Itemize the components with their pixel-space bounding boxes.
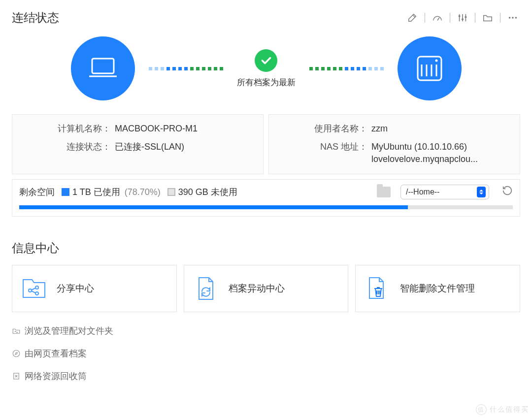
usage-bar-fill: [19, 205, 408, 209]
toolbar: [405, 10, 520, 25]
computer-panel: 计算机名称 MACBOOK-PRO-M1 连接状态 已连接-SSL(LAN): [12, 114, 264, 174]
nas-addr-line1: MyUbuntu (10.10.10.66): [371, 141, 510, 153]
smart-delete-card[interactable]: 智能删除文件管理: [355, 265, 520, 312]
divider: [500, 13, 500, 23]
change-center-label: 档案异动中心: [229, 282, 285, 295]
used-text: 1 TB 已使用: [72, 187, 120, 197]
user-value: zzm: [371, 123, 510, 135]
svg-point-12: [13, 350, 20, 357]
svg-point-9: [29, 289, 32, 292]
compass-icon: [12, 349, 21, 358]
svg-point-10: [35, 286, 38, 289]
gauge-icon[interactable]: [430, 10, 445, 25]
more-icon[interactable]: [505, 10, 520, 25]
smart-delete-label: 智能删除文件管理: [400, 282, 475, 295]
refresh-icon[interactable]: [502, 185, 513, 198]
used-legend: 1 TB 已使用 (78.70%): [62, 186, 161, 198]
connection-dots: [309, 67, 384, 70]
nas-panel: 使用者名称 zzm NAS 地址 MyUbuntu (10.10.10.66) …: [268, 114, 520, 174]
disk-caption: 剩余空间: [19, 186, 55, 198]
svg-rect-2: [465, 16, 467, 18]
used-swatch: [62, 188, 69, 196]
web-view-link[interactable]: 由网页查看档案: [12, 348, 520, 359]
nas-icon: [398, 36, 462, 100]
page-title: 连结状态: [12, 10, 59, 26]
svg-point-5: [515, 17, 517, 19]
computer-name-value: MACBOOK-PRO-M1: [115, 123, 253, 135]
share-center-label: 分享中心: [57, 282, 94, 295]
divider: [450, 13, 450, 23]
divider: [425, 13, 425, 23]
change-center-card[interactable]: 档案异动中心: [184, 265, 349, 312]
info-center-title: 信息中心: [12, 240, 520, 256]
link-status-label: 连接状态: [22, 141, 111, 153]
check-icon: [255, 49, 277, 72]
folder-icon[interactable]: [480, 10, 495, 25]
file-trash-icon: [364, 275, 391, 302]
used-pct: (78.70%): [125, 187, 161, 197]
recycle-link[interactable]: 网络资源回收筒: [12, 370, 520, 382]
computer-name-label: 计算机名称: [22, 123, 111, 134]
divider: [475, 13, 475, 23]
watermark-icon: 值: [476, 404, 487, 415]
status-indicator: 所有档案为最新: [237, 49, 296, 88]
nas-addr-line2: lovelovelove.myqnapclou...: [371, 153, 510, 165]
svg-point-3: [509, 17, 511, 19]
watermark-text: 什么值得买: [490, 405, 529, 414]
recycle-text: 网络资源回收筒: [25, 370, 87, 382]
nas-addr-value: MyUbuntu (10.10.10.66) lovelovelove.myqn…: [371, 141, 510, 165]
svg-rect-0: [459, 15, 461, 17]
link-status-value: 已连接-SSL(LAN): [115, 141, 253, 153]
status-text: 所有档案为最新: [237, 77, 296, 88]
laptop-icon: [71, 36, 135, 100]
edit-icon[interactable]: [405, 10, 420, 25]
user-label: 使用者名称: [279, 123, 367, 134]
nas-addr-label: NAS 地址: [279, 141, 367, 153]
usage-bar: [19, 205, 513, 209]
svg-rect-1: [462, 19, 464, 20]
select-stepper-icon: [477, 187, 486, 197]
disk-usage-panel: 剩余空间 1 TB 已使用 (78.70%) 390 GB 未使用 /--Hom…: [12, 179, 520, 217]
svg-point-8: [435, 60, 437, 62]
free-legend: 390 GB 未使用: [167, 186, 237, 198]
browse-pair-link[interactable]: 浏览及管理配对文件夹: [12, 325, 520, 337]
sliders-icon[interactable]: [455, 10, 470, 25]
share-icon: [20, 275, 48, 302]
folder-mini-icon: [377, 187, 391, 197]
svg-point-4: [512, 17, 514, 19]
web-view-text: 由网页查看档案: [25, 348, 87, 359]
free-swatch: [167, 188, 175, 196]
recycle-bin-icon: [12, 372, 21, 381]
svg-rect-6: [92, 59, 114, 73]
watermark: 值 什么值得买: [476, 404, 529, 415]
connection-diagram: 所有档案为最新: [12, 36, 520, 100]
file-sync-icon: [192, 275, 220, 302]
path-select[interactable]: /--Home--: [400, 185, 489, 199]
svg-point-11: [35, 292, 38, 295]
connection-dots: [149, 67, 223, 70]
path-select-value: /--Home--: [406, 188, 439, 196]
free-text: 390 GB 未使用: [178, 187, 237, 197]
browse-pair-text: 浏览及管理配对文件夹: [25, 325, 113, 337]
share-center-card[interactable]: 分享中心: [12, 265, 177, 312]
pair-folder-icon: [12, 326, 21, 335]
